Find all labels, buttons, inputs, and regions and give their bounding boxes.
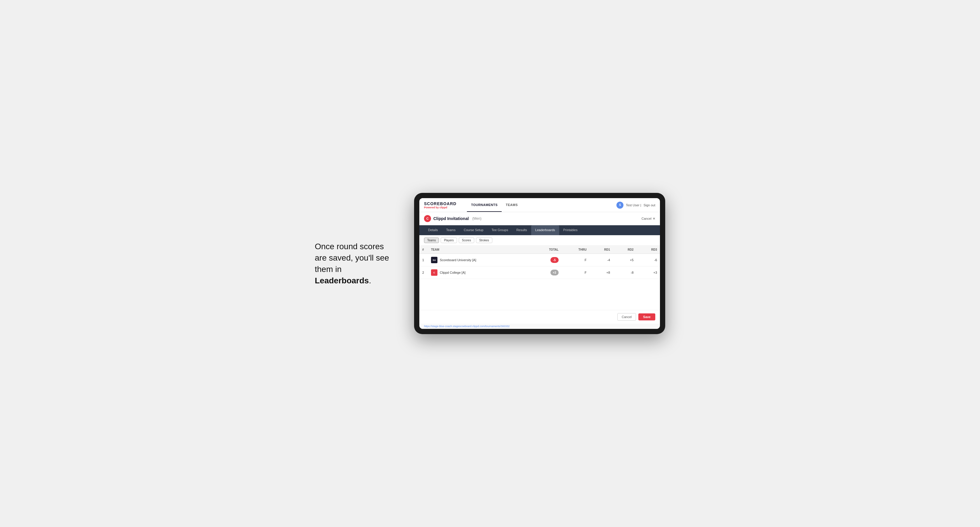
sidebar-text-line1: Once round scores are saved, you'll see … [315, 242, 389, 274]
logo-area: SCOREBOARD Powered by clippd [424, 202, 457, 209]
tab-results[interactable]: Results [512, 225, 531, 235]
rank-1: 1 [419, 254, 428, 267]
team-logo-2: C [431, 269, 438, 276]
table-row: 1 SU Scoreboard University [A] -5 F [419, 254, 660, 267]
status-bar: https://stage-blue-coach.stagescoeboard.… [419, 324, 660, 329]
tournament-header: C Clippd Invitational (Men) Cancel ✕ [419, 212, 660, 225]
sidebar-text-bold: Leaderboards [315, 276, 369, 285]
team-cell-2: C Clippd College [A] [428, 267, 531, 279]
tablet-frame: SCOREBOARD Powered by clippd TOURNAMENTS… [414, 193, 665, 334]
nav-tournaments[interactable]: TOURNAMENTS [467, 198, 502, 212]
nav-links: TOURNAMENTS TEAMS [467, 198, 522, 212]
sidebar-text-line2: . [369, 276, 371, 285]
rd1-1: -4 [590, 254, 613, 267]
nav-right: S Test User | Sign out [616, 202, 655, 209]
tab-course-setup[interactable]: Course Setup [460, 225, 487, 235]
footer-cancel-button[interactable]: Cancel [617, 313, 636, 321]
filter-scores[interactable]: Scores [459, 238, 474, 243]
tournament-cancel-button[interactable]: Cancel ✕ [641, 217, 655, 221]
rd1-2: +8 [590, 267, 613, 279]
table-header-row: # TEAM TOTAL THRU RD1 RD2 RD3 [419, 246, 660, 254]
total-2: +3 [531, 267, 561, 279]
filter-strokes[interactable]: Strokes [476, 238, 492, 243]
page-wrapper: Once round scores are saved, you'll see … [6, 193, 974, 334]
thru-2: F [562, 267, 590, 279]
col-team: TEAM [428, 246, 531, 254]
tab-printables[interactable]: Printables [559, 225, 582, 235]
nav-teams[interactable]: TEAMS [502, 198, 522, 212]
rd2-1: +5 [613, 254, 636, 267]
tournament-subtitle: (Men) [472, 216, 481, 221]
col-total: TOTAL [531, 246, 561, 254]
col-rank: # [419, 246, 428, 254]
filter-players[interactable]: Players [441, 238, 457, 243]
leaderboard-table: # TEAM TOTAL THRU RD1 RD2 RD3 1 [419, 246, 660, 279]
top-nav: SCOREBOARD Powered by clippd TOURNAMENTS… [419, 198, 660, 212]
footer-bar: Cancel Save [419, 310, 660, 324]
col-thru: THRU [562, 246, 590, 254]
rank-2: 2 [419, 267, 428, 279]
close-icon: ✕ [653, 217, 655, 221]
tab-teams[interactable]: Teams [442, 225, 460, 235]
rd2-2: -8 [613, 267, 636, 279]
score-badge-2: +3 [550, 270, 558, 275]
sidebar-description: Once round scores are saved, you'll see … [315, 241, 396, 287]
tab-tee-groups[interactable]: Tee Groups [487, 225, 512, 235]
team-logo-1: SU [431, 257, 438, 263]
rd3-1: -6 [636, 254, 660, 267]
tournament-title: Clippd Invitational [433, 216, 469, 221]
tournament-icon: C [424, 215, 431, 222]
sign-out-button[interactable]: Sign out [644, 203, 655, 207]
team-name-2: Clippd College [A] [440, 271, 466, 274]
col-rd1: RD1 [590, 246, 613, 254]
footer-save-button[interactable]: Save [638, 313, 655, 321]
tablet-screen: SCOREBOARD Powered by clippd TOURNAMENTS… [419, 198, 660, 329]
filter-teams[interactable]: Teams [424, 238, 439, 243]
filter-bar: Teams Players Scores Strokes [419, 235, 660, 246]
logo-sub: Powered by clippd [424, 206, 457, 209]
status-url: https://stage-blue-coach.stagescoeboard.… [424, 325, 509, 328]
rd3-2: +3 [636, 267, 660, 279]
user-name: Test User | [626, 203, 641, 207]
thru-1: F [562, 254, 590, 267]
tab-details[interactable]: Details [424, 225, 442, 235]
user-avatar: S [616, 202, 624, 209]
table-body: 1 SU Scoreboard University [A] -5 F [419, 254, 660, 279]
logo-text: SCOREBOARD [424, 202, 457, 206]
team-name-1: Scoreboard University [A] [440, 258, 476, 262]
table-header: # TEAM TOTAL THRU RD1 RD2 RD3 [419, 246, 660, 254]
score-badge-1: -5 [550, 257, 558, 263]
tab-leaderboards[interactable]: Leaderboards [531, 225, 559, 235]
total-1: -5 [531, 254, 561, 267]
team-cell-1: SU Scoreboard University [A] [428, 254, 531, 267]
table-row: 2 C Clippd College [A] +3 F [419, 267, 660, 279]
col-rd2: RD2 [613, 246, 636, 254]
col-rd3: RD3 [636, 246, 660, 254]
leaderboard-content: # TEAM TOTAL THRU RD1 RD2 RD3 1 [419, 246, 660, 310]
tab-bar: Details Teams Course Setup Tee Groups Re… [419, 225, 660, 235]
